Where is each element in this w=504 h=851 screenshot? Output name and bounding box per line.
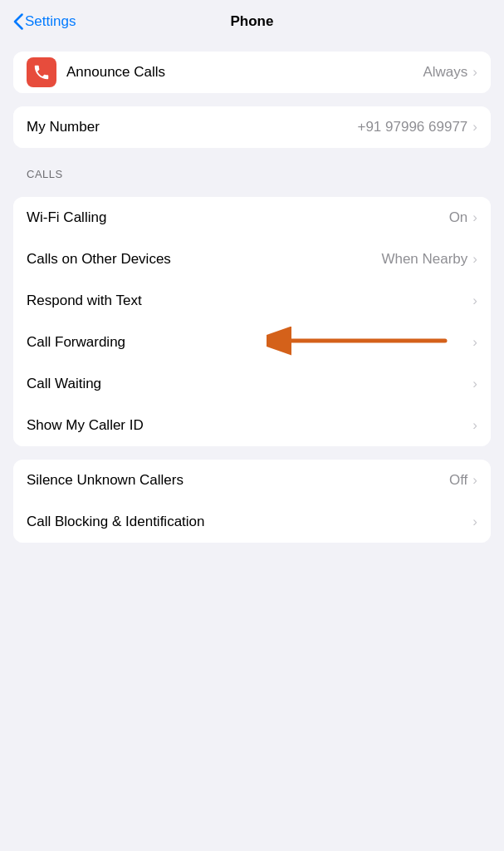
calls-other-devices-chevron: › bbox=[472, 251, 477, 268]
wifi-calling-row[interactable]: Wi-Fi Calling On › bbox=[13, 197, 491, 239]
caller-id-label: Show My Caller ID bbox=[27, 417, 467, 434]
wifi-calling-label: Wi-Fi Calling bbox=[27, 209, 449, 226]
call-blocking-chevron: › bbox=[472, 514, 477, 530]
announce-calls-chevron: › bbox=[472, 64, 477, 81]
call-blocking-label: Call Blocking & Identification bbox=[27, 514, 467, 530]
call-forwarding-label: Call Forwarding bbox=[27, 334, 467, 351]
call-waiting-chevron: › bbox=[472, 376, 477, 392]
caller-id-chevron: › bbox=[472, 417, 477, 434]
respond-text-label: Respond with Text bbox=[27, 293, 467, 309]
silence-unknown-value: Off bbox=[449, 472, 467, 489]
calls-other-devices-label: Calls on Other Devices bbox=[27, 251, 381, 268]
respond-text-row[interactable]: Respond with Text › bbox=[13, 280, 491, 322]
announce-calls-row[interactable]: Announce Calls Always › bbox=[13, 52, 491, 93]
wifi-calling-chevron: › bbox=[472, 209, 477, 226]
my-number-label: My Number bbox=[27, 119, 357, 135]
back-button[interactable]: Settings bbox=[13, 13, 76, 30]
silence-unknown-label: Silence Unknown Callers bbox=[27, 472, 449, 489]
respond-text-chevron: › bbox=[472, 293, 477, 309]
announce-calls-value: Always bbox=[423, 64, 467, 81]
my-number-section: My Number +91 97996 69977 › bbox=[13, 106, 491, 148]
my-number-chevron: › bbox=[472, 119, 477, 135]
call-forwarding-row[interactable]: Call Forwarding › bbox=[13, 322, 491, 363]
page-title: Phone bbox=[231, 13, 274, 30]
back-label: Settings bbox=[25, 13, 76, 30]
silence-unknown-row[interactable]: Silence Unknown Callers Off › bbox=[13, 460, 491, 501]
silence-unknown-chevron: › bbox=[472, 472, 477, 489]
calls-section: Wi-Fi Calling On › Calls on Other Device… bbox=[13, 197, 491, 446]
call-waiting-label: Call Waiting bbox=[27, 376, 467, 392]
caller-id-row[interactable]: Show My Caller ID › bbox=[13, 405, 491, 446]
header: Settings Phone bbox=[0, 0, 504, 38]
blocking-section: Silence Unknown Callers Off › Call Block… bbox=[13, 460, 491, 543]
calls-other-devices-row[interactable]: Calls on Other Devices When Nearby › bbox=[13, 239, 491, 280]
announce-calls-label: Announce Calls bbox=[66, 64, 423, 81]
call-blocking-row[interactable]: Call Blocking & Identification › bbox=[13, 501, 491, 543]
calls-other-devices-value: When Nearby bbox=[381, 251, 467, 268]
my-number-value: +91 97996 69977 bbox=[357, 119, 467, 135]
call-forwarding-chevron: › bbox=[472, 334, 477, 351]
wifi-calling-value: On bbox=[449, 209, 468, 226]
calls-section-label: CALLS bbox=[13, 161, 491, 184]
phone-app-icon bbox=[27, 57, 56, 87]
call-waiting-row[interactable]: Call Waiting › bbox=[13, 363, 491, 405]
announce-calls-section: Announce Calls Always › bbox=[13, 52, 491, 93]
my-number-row[interactable]: My Number +91 97996 69977 › bbox=[13, 106, 491, 148]
